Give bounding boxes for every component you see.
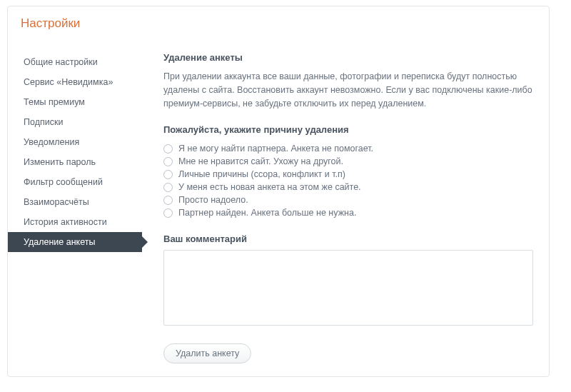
sidebar-item-0[interactable]: Общие настройки bbox=[8, 52, 142, 72]
radio-icon[interactable] bbox=[163, 196, 173, 205]
sidebar-item-9[interactable]: Удаление анкеты bbox=[8, 232, 142, 252]
reason-row-4[interactable]: Просто надоело. bbox=[163, 194, 533, 206]
settings-sidebar: Общие настройкиСервис «Невидимка»Темы пр… bbox=[8, 38, 142, 363]
sidebar-item-5[interactable]: Изменить пароль bbox=[8, 152, 142, 172]
sidebar-item-4[interactable]: Уведомления bbox=[8, 132, 142, 152]
sidebar-item-3[interactable]: Подписки bbox=[8, 112, 142, 132]
delete-description: При удалении аккаунта все ваши данные, ф… bbox=[163, 70, 533, 110]
sidebar-item-6[interactable]: Фильтр сообщений bbox=[8, 172, 142, 192]
radio-icon[interactable] bbox=[163, 208, 173, 218]
reason-row-0[interactable]: Я не могу найти партнера. Анкета не помо… bbox=[163, 142, 533, 155]
reason-label: Партнер найден. Анкета больше не нужна. bbox=[178, 208, 356, 218]
reason-row-1[interactable]: Мне не нравится сайт. Ухожу на другой. bbox=[163, 155, 533, 168]
radio-icon[interactable] bbox=[163, 144, 173, 154]
reason-list: Я не могу найти партнера. Анкета не помо… bbox=[163, 142, 533, 219]
reason-label: Личные причины (ссора, конфликт и т.п) bbox=[178, 169, 345, 179]
panel-body: Общие настройкиСервис «Невидимка»Темы пр… bbox=[8, 38, 549, 376]
sidebar-item-2[interactable]: Темы премиум bbox=[8, 92, 142, 112]
page-title: Настройки bbox=[21, 16, 536, 31]
main-content: Удаление анкеты При удалении аккаунта вс… bbox=[142, 38, 549, 363]
delete-button[interactable]: Удалить анкету bbox=[163, 343, 251, 363]
comment-textarea[interactable] bbox=[163, 250, 533, 326]
reason-row-2[interactable]: Личные причины (ссора, конфликт и т.п) bbox=[163, 168, 533, 181]
reason-label: Просто надоело. bbox=[178, 195, 248, 205]
sidebar-item-8[interactable]: История активности bbox=[8, 212, 142, 232]
comment-label: Ваш комментарий bbox=[163, 233, 533, 244]
radio-icon[interactable] bbox=[163, 170, 173, 179]
reason-row-5[interactable]: Партнер найден. Анкета больше не нужна. bbox=[163, 206, 533, 219]
reason-label: Мне не нравится сайт. Ухожу на другой. bbox=[178, 156, 343, 166]
reason-row-3[interactable]: У меня есть новая анкета на этом же сайт… bbox=[163, 181, 533, 194]
reason-heading: Пожалуйста, укажите причину удаления bbox=[163, 124, 533, 135]
sidebar-item-7[interactable]: Взаиморасчёты bbox=[8, 192, 142, 212]
radio-icon[interactable] bbox=[163, 157, 173, 166]
radio-icon[interactable] bbox=[163, 183, 173, 192]
reason-label: Я не могу найти партнера. Анкета не помо… bbox=[178, 144, 373, 154]
reason-label: У меня есть новая анкета на этом же сайт… bbox=[178, 182, 361, 192]
section-heading: Удаление анкеты bbox=[163, 52, 533, 63]
settings-panel: Настройки Общие настройкиСервис «Невидим… bbox=[7, 6, 550, 377]
panel-header: Настройки bbox=[8, 6, 549, 38]
sidebar-item-1[interactable]: Сервис «Невидимка» bbox=[8, 72, 142, 92]
